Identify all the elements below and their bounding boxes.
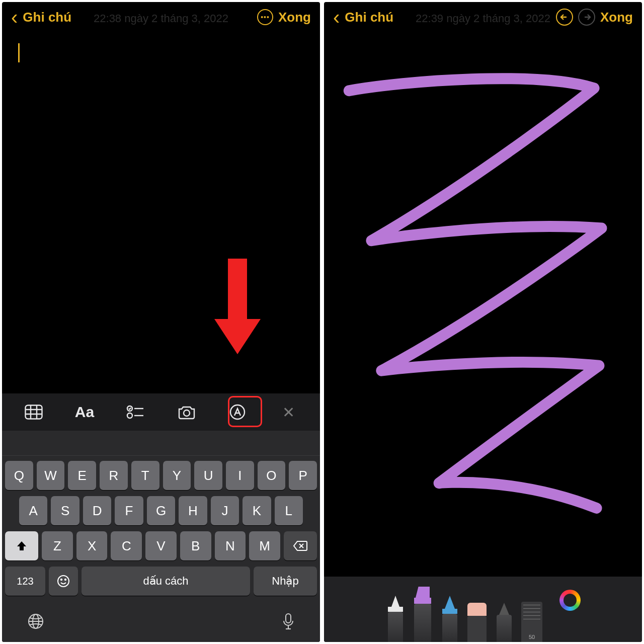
key-e[interactable]: E xyxy=(68,461,96,490)
key-i[interactable]: I xyxy=(226,461,254,490)
markup-icon[interactable] xyxy=(224,399,251,425)
key-s[interactable]: S xyxy=(51,496,79,525)
key-w[interactable]: W xyxy=(37,461,65,490)
chevron-left-icon: ‹ xyxy=(11,7,18,27)
keyboard: Q W E R T Y U I O P A S D F G H J K L Z xyxy=(2,456,320,642)
key-m[interactable]: M xyxy=(249,531,280,560)
tool-eraser[interactable] xyxy=(467,603,487,642)
back-button[interactable]: ‹ Ghi chú xyxy=(11,7,71,27)
redo-icon[interactable] xyxy=(578,9,595,26)
key-shift[interactable] xyxy=(5,531,38,560)
key-c[interactable]: C xyxy=(111,531,142,560)
key-z[interactable]: Z xyxy=(42,531,73,560)
key-return[interactable]: Nhập xyxy=(254,567,317,596)
screen-left-note-editor: 22:38 ngày 2 tháng 3, 2022 ‹ Ghi chú •••… xyxy=(2,2,320,642)
key-h[interactable]: H xyxy=(179,496,207,525)
format-toolbar: Aa ✕ xyxy=(2,393,320,431)
drawing-canvas[interactable] xyxy=(324,32,642,577)
tool-tray: 50 xyxy=(324,577,642,642)
header: ‹ Ghi chú ••• Xong xyxy=(2,2,320,32)
ruler-label: 50 xyxy=(521,634,542,640)
key-space[interactable]: dấu cách xyxy=(82,567,250,596)
more-circle-icon[interactable]: ••• xyxy=(257,9,273,25)
keyboard-suggestions[interactable] xyxy=(2,431,320,456)
key-n[interactable]: N xyxy=(215,531,246,560)
key-emoji[interactable] xyxy=(49,567,78,596)
screen-right-drawing: 22:39 ngày 2 tháng 3, 2022 ‹ Ghi chú Xon… xyxy=(324,2,642,642)
header: ‹ Ghi chú Xong xyxy=(324,2,642,32)
svg-rect-19 xyxy=(286,614,291,623)
key-f[interactable]: F xyxy=(115,496,143,525)
key-g[interactable]: G xyxy=(147,496,175,525)
text-cursor xyxy=(18,43,20,62)
key-backspace[interactable] xyxy=(284,531,317,560)
key-o[interactable]: O xyxy=(258,461,286,490)
back-label: Ghi chú xyxy=(23,10,71,25)
svg-point-14 xyxy=(61,579,62,580)
key-k[interactable]: K xyxy=(243,496,271,525)
mic-icon[interactable] xyxy=(282,613,295,635)
svg-point-15 xyxy=(65,579,66,580)
tool-ruler[interactable]: 50 xyxy=(521,602,542,642)
svg-point-13 xyxy=(58,576,69,587)
key-l[interactable]: L xyxy=(275,496,303,525)
undo-icon[interactable] xyxy=(556,9,573,26)
drawing-stroke xyxy=(324,32,642,577)
close-icon[interactable]: ✕ xyxy=(275,399,301,425)
key-p[interactable]: P xyxy=(289,461,317,490)
key-y[interactable]: Y xyxy=(163,461,191,490)
back-label: Ghi chú xyxy=(345,10,393,25)
back-button[interactable]: ‹ Ghi chú xyxy=(333,7,393,27)
key-d[interactable]: D xyxy=(83,496,111,525)
key-t[interactable]: T xyxy=(131,461,159,490)
key-r[interactable]: R xyxy=(100,461,128,490)
done-button[interactable]: Xong xyxy=(278,10,311,25)
done-button[interactable]: Xong xyxy=(600,10,633,25)
chevron-left-icon: ‹ xyxy=(333,7,340,27)
svg-point-7 xyxy=(127,413,132,418)
key-q[interactable]: Q xyxy=(5,461,33,490)
svg-point-9 xyxy=(184,410,190,416)
annotation-arrow xyxy=(214,259,261,354)
text-format-icon[interactable]: Aa xyxy=(71,399,98,425)
tool-pen[interactable] xyxy=(385,596,406,642)
key-u[interactable]: U xyxy=(194,461,222,490)
table-icon[interactable] xyxy=(21,399,47,425)
key-v[interactable]: V xyxy=(145,531,177,560)
key-a[interactable]: A xyxy=(19,496,47,525)
checklist-icon[interactable] xyxy=(122,399,148,425)
color-picker-icon[interactable] xyxy=(559,590,581,611)
note-body[interactable] xyxy=(2,32,320,393)
key-123[interactable]: 123 xyxy=(5,567,45,596)
key-j[interactable]: J xyxy=(211,496,239,525)
tool-lasso[interactable] xyxy=(494,603,514,642)
camera-icon[interactable] xyxy=(174,399,200,425)
svg-rect-0 xyxy=(25,406,42,419)
key-x[interactable]: X xyxy=(76,531,108,560)
tool-marker[interactable] xyxy=(413,587,433,642)
tool-pencil[interactable] xyxy=(440,596,460,642)
key-b[interactable]: B xyxy=(180,531,211,560)
globe-icon[interactable] xyxy=(27,613,44,635)
